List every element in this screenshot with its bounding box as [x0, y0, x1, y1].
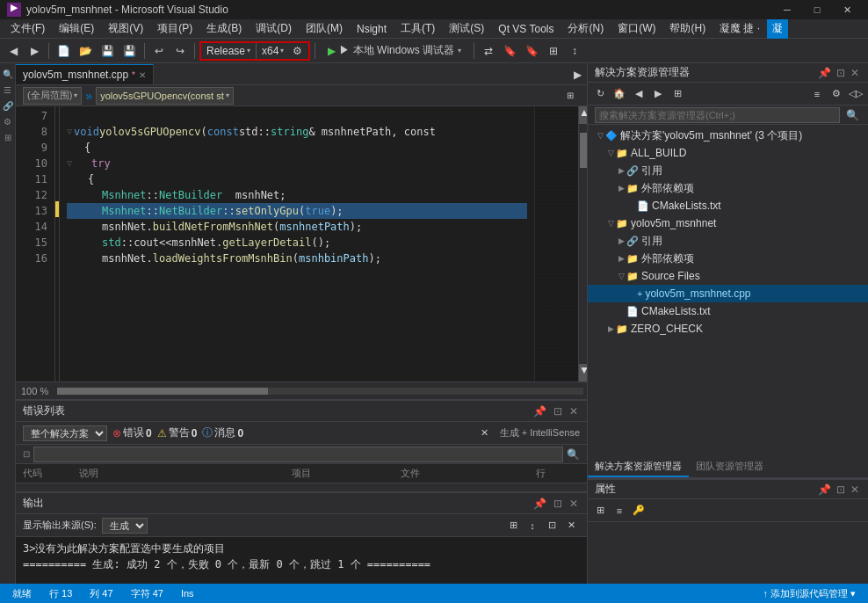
scroll-thumb[interactable] — [580, 133, 587, 168]
error-search-input[interactable] — [33, 447, 563, 462]
sidebar-icon-3[interactable]: 🔗 — [1, 98, 15, 113]
panel-close[interactable]: ✕ — [568, 405, 580, 418]
status-char[interactable]: 字符 47 — [126, 584, 169, 603]
toolbar-undo[interactable]: ↩ — [149, 41, 169, 61]
output-btn2[interactable]: ↕ — [524, 517, 541, 534]
se-search-btn[interactable]: 🔍 — [843, 106, 861, 124]
toolbar-btn5[interactable]: ↕ — [565, 41, 584, 61]
menu-file[interactable]: 文件(F) — [4, 19, 52, 39]
menu-help[interactable]: 帮助(H) — [662, 19, 712, 39]
expand-extdep2[interactable]: ▶ — [616, 254, 626, 263]
se-pin[interactable]: 📌 — [816, 67, 833, 79]
se-search-input[interactable] — [595, 107, 840, 123]
menu-analyze[interactable]: 分析(N) — [561, 19, 611, 39]
menu-tools[interactable]: 工具(T) — [394, 19, 442, 39]
tree-item-cmake1[interactable]: 📄 CMakeLists.txt — [588, 197, 868, 214]
code-content[interactable]: ▽ void yolov5sGPUOpencv ( const std:: st… — [60, 106, 534, 381]
output-close[interactable]: ✕ — [568, 498, 580, 510]
prop-btn3[interactable]: 🔑 — [630, 502, 647, 519]
tree-item-srcfiles[interactable]: ▽ 📁 Source Files — [588, 267, 868, 285]
status-col[interactable]: 列 47 — [84, 584, 118, 603]
output-btn1[interactable]: ⊞ — [504, 517, 522, 534]
prop-btn2[interactable]: ≡ — [611, 502, 628, 519]
scroll-track[interactable] — [579, 124, 587, 364]
h-scroll-thumb[interactable] — [57, 388, 268, 395]
func-dropdown[interactable]: yolov5sGPUOpencv(const st ▾ — [96, 87, 234, 105]
menu-debug[interactable]: 调试(D) — [249, 19, 299, 39]
prop-pin[interactable]: 📌 — [816, 483, 833, 496]
toolbar-forward[interactable]: ▶ — [25, 41, 44, 61]
se-sync[interactable]: ↻ — [591, 85, 609, 103]
panel-float[interactable]: ⊡ — [552, 405, 564, 418]
toolbar-btn4[interactable]: ⊞ — [544, 41, 563, 61]
tab-close[interactable]: ✕ — [139, 70, 146, 80]
expand-solution[interactable]: ▽ — [595, 131, 605, 140]
se-float[interactable]: ⊡ — [835, 67, 847, 79]
expand-srcfiles[interactable]: ▽ — [616, 272, 626, 280]
menu-window[interactable]: 窗口(W) — [611, 19, 662, 39]
menu-qtvs[interactable]: Qt VS Tools — [491, 19, 561, 39]
title-bar-controls[interactable]: ─ □ ✕ — [773, 0, 861, 19]
menu-test[interactable]: 测试(S) — [442, 19, 491, 39]
output-float[interactable]: ⊡ — [552, 498, 564, 510]
menu-view[interactable]: 视图(V) — [101, 19, 150, 39]
prop-btn1[interactable]: ⊞ — [591, 502, 609, 519]
tree-item-ref1[interactable]: ▶ 🔗 引用 — [588, 162, 868, 179]
status-ready[interactable]: 就绪 — [7, 584, 37, 603]
se-collapse[interactable]: ⊞ — [669, 85, 686, 103]
tree-item-extdep2[interactable]: ▶ 📁 外部依赖项 — [588, 250, 868, 267]
scope-dropdown[interactable]: (全局范围) ▾ — [23, 87, 82, 105]
menu-team[interactable]: 团队(M) — [299, 19, 350, 39]
menu-custom[interactable]: 凝魔 捷 · — [712, 19, 767, 39]
toolbar-back[interactable]: ◀ — [4, 41, 23, 61]
menu-build[interactable]: 生成(B) — [199, 19, 249, 39]
prop-float[interactable]: ⊡ — [835, 483, 847, 496]
expand-ref2[interactable]: ▶ — [616, 236, 626, 245]
se-settings[interactable]: ⚙ — [828, 85, 845, 103]
editor-tab-active[interactable]: yolov5m_msnhnet.cpp * ✕ — [16, 64, 154, 84]
rp-tab-se[interactable]: 解决方案资源管理器 — [588, 457, 689, 477]
output-btn4[interactable]: ✕ — [562, 517, 580, 534]
tab-scroll-right[interactable]: ▶ — [568, 65, 587, 84]
rp-tab-team[interactable]: 团队资源管理器 — [689, 457, 770, 477]
panel-pin[interactable]: 📌 — [532, 405, 548, 418]
output-pin[interactable]: 📌 — [532, 498, 548, 510]
toolbar-btn1[interactable]: ⇄ — [479, 41, 498, 61]
sidebar-icon-5[interactable]: ⊞ — [1, 130, 15, 144]
status-ins[interactable]: Ins — [176, 584, 199, 603]
tree-item-zerocehck[interactable]: ▶ 📁 ZERO_CHECK — [588, 320, 868, 338]
toolbar-btn2[interactable]: 🔖 — [500, 41, 520, 61]
expand-extdep1[interactable]: ▶ — [616, 184, 626, 193]
config-dropdown[interactable]: Release ▾ — [203, 41, 254, 61]
editor-nav-btn[interactable]: ⊞ — [561, 88, 580, 104]
menu-edit[interactable]: 编辑(E) — [52, 19, 101, 39]
expand-zerocheck[interactable]: ▶ — [605, 324, 616, 333]
se-close[interactable]: ✕ — [849, 67, 861, 79]
tree-item-ref2[interactable]: ▶ 🔗 引用 — [588, 232, 868, 250]
toolbar-new[interactable]: 📄 — [54, 41, 74, 61]
output-btn3[interactable]: ⊡ — [543, 517, 561, 534]
expand-icon[interactable]: ▽ — [67, 156, 72, 171]
platform-dropdown[interactable]: x64 ▾ — [258, 41, 287, 61]
toolbar-btn3[interactable]: 🔖 — [522, 41, 542, 61]
menu-nsight[interactable]: Nsight — [350, 19, 394, 39]
tree-item-allbuild[interactable]: ▽ 📁 ALL_BUILD — [588, 144, 868, 162]
menu-project[interactable]: 项目(P) — [150, 19, 199, 39]
code-editor[interactable]: 7 8 9 10 11 12 13 14 15 16 — [16, 106, 587, 381]
se-nav-back[interactable]: ◀ — [630, 85, 647, 103]
tree-item-solution[interactable]: ▽ 🔷 解决方案'yolov5m_msnhnet' (3 个项目) — [588, 127, 868, 144]
status-line[interactable]: 行 13 — [44, 584, 77, 603]
prop-close[interactable]: ✕ — [849, 483, 861, 496]
toolbar-redo[interactable]: ↪ — [170, 41, 190, 61]
expand-icon[interactable]: ▽ — [67, 124, 72, 140]
minimize-button[interactable]: ─ — [773, 0, 801, 19]
tree-item-cmake2[interactable]: 📄 CMakeLists.txt — [588, 302, 868, 320]
sidebar-icon-4[interactable]: ⚙ — [1, 114, 15, 128]
output-source-select[interactable]: 生成 — [102, 518, 148, 534]
vertical-scrollbar[interactable]: ▲ ▼ — [578, 106, 587, 381]
expand-allbuild[interactable]: ▽ — [605, 149, 616, 157]
expand-ref1[interactable]: ▶ — [616, 166, 626, 175]
close-button[interactable]: ✕ — [833, 0, 861, 19]
scroll-up[interactable]: ▲ — [579, 106, 587, 124]
run-button[interactable]: ▶ ▶ 本地 Windows 调试器 ▾ — [320, 41, 469, 61]
